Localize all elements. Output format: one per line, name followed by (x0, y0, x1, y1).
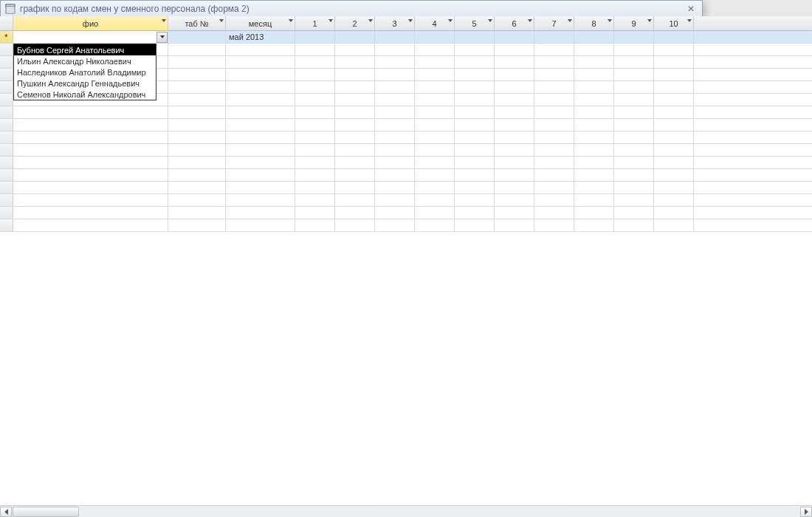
cell-day[interactable] (614, 31, 654, 43)
chevron-down-icon (528, 19, 532, 22)
fio-combo[interactable] (13, 31, 168, 43)
svg-rect-21 (6, 4, 15, 7)
schedule-grid: фио таб № месяц 12345678910 * май 2013 Б… (0, 16, 812, 505)
chevron-down-icon (162, 19, 166, 22)
chevron-down-icon (488, 19, 492, 22)
chevron-down-icon (608, 19, 612, 22)
cell-day[interactable] (495, 31, 534, 43)
col-tab-number[interactable]: таб № (168, 16, 226, 30)
empty-rows (0, 44, 812, 505)
cell-day[interactable] (455, 31, 495, 43)
cell-day[interactable] (415, 31, 455, 43)
fio-input[interactable] (13, 32, 156, 43)
fio-option[interactable]: Семенов Николай Александрович (14, 89, 156, 100)
fio-option[interactable]: Пушкин Александр Геннадьевич (14, 78, 156, 89)
scroll-track[interactable] (13, 507, 799, 517)
col-day-10[interactable]: 10 (654, 16, 694, 30)
fio-option[interactable]: Ильин Александр Николаевич (14, 55, 156, 66)
chevron-down-icon (408, 19, 413, 22)
chevron-down-icon (368, 19, 373, 22)
col-day-5[interactable]: 5 (455, 16, 495, 30)
scroll-left-button[interactable] (0, 507, 12, 517)
cell-day[interactable] (375, 31, 415, 43)
col-day-8[interactable]: 8 (574, 16, 614, 30)
chevron-down-icon (160, 35, 165, 38)
scroll-right-button[interactable] (800, 507, 812, 517)
col-day-4[interactable]: 4 (415, 16, 455, 30)
cell-day[interactable] (335, 31, 375, 43)
chevron-down-icon (219, 19, 224, 22)
cell-day[interactable] (654, 31, 694, 43)
fio-option[interactable]: Наследников Анатолий Владимир (14, 66, 156, 78)
fio-dropdown-button[interactable] (156, 32, 168, 43)
cell-month[interactable]: май 2013 (226, 31, 295, 43)
fio-option[interactable]: Бубнов Сергей Анатольевич (14, 44, 156, 55)
fio-dropdown-list[interactable]: Бубнов Сергей АнатольевичИльин Александр… (13, 44, 156, 100)
col-fio[interactable]: фио (13, 16, 168, 30)
chevron-down-icon (328, 19, 333, 22)
scroll-thumb[interactable] (13, 507, 79, 517)
schedule-titlebar[interactable]: график по кодам смен у сменного персонал… (1, 1, 702, 17)
schedule-close-icon[interactable]: ✕ (684, 4, 698, 14)
cell-day[interactable] (574, 31, 614, 43)
col-month[interactable]: месяц (226, 16, 295, 30)
form-icon (5, 4, 16, 14)
chevron-down-icon (568, 19, 572, 22)
col-day-6[interactable]: 6 (495, 16, 534, 30)
col-day-7[interactable]: 7 (534, 16, 574, 30)
schedule-title: график по кодам смен у сменного персонал… (20, 4, 250, 14)
schedule-window: график по кодам смен у сменного персонал… (0, 0, 703, 244)
col-day-3[interactable]: 3 (375, 16, 415, 30)
chevron-down-icon (289, 19, 293, 22)
col-day-1[interactable]: 1 (295, 16, 335, 30)
row-selector-header[interactable] (0, 16, 13, 30)
new-record-row[interactable]: * май 2013 (0, 31, 812, 44)
schedule-column-headers: фио таб № месяц 12345678910 (0, 16, 812, 31)
cell-day[interactable] (295, 31, 335, 43)
chevron-down-icon (448, 19, 453, 22)
chevron-down-icon (647, 19, 652, 22)
horizontal-scrollbar[interactable] (0, 505, 812, 517)
col-day-2[interactable]: 2 (335, 16, 375, 30)
cell-tab-number[interactable] (168, 31, 226, 43)
new-record-marker[interactable]: * (0, 31, 13, 43)
col-day-9[interactable]: 9 (614, 16, 654, 30)
chevron-down-icon (687, 19, 692, 22)
cell-day[interactable] (534, 31, 574, 43)
